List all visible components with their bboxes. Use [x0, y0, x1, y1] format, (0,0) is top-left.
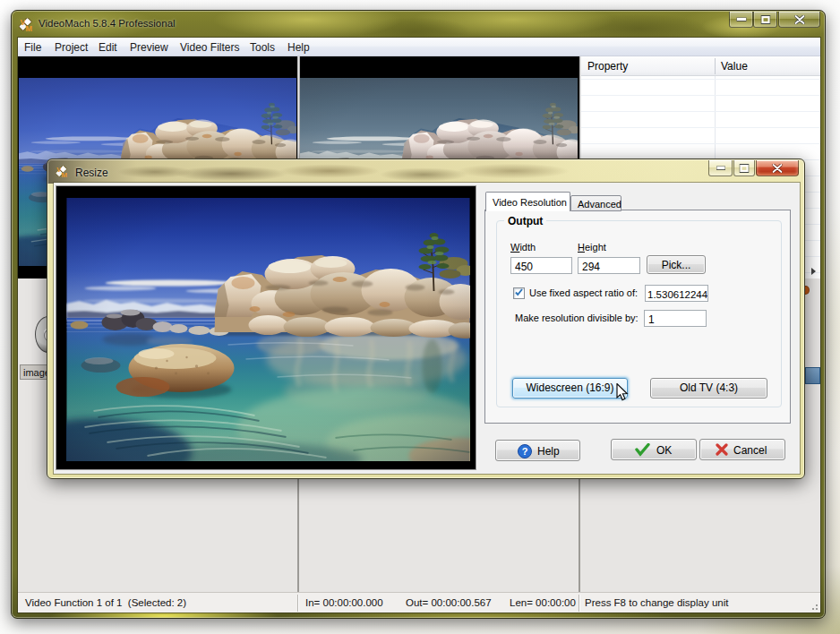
svg-text:M: M	[62, 171, 68, 178]
svg-text:?: ?	[522, 446, 528, 457]
svg-text:M: M	[26, 24, 33, 32]
